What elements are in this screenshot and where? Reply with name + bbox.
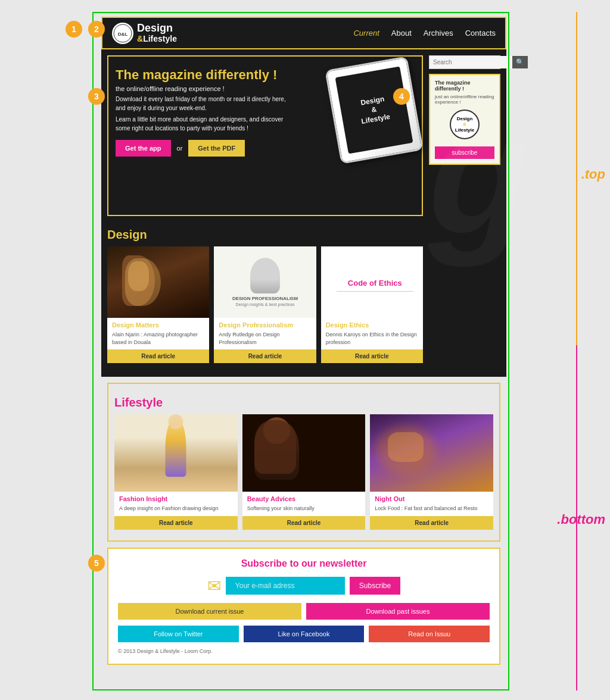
main-content: The magazine differently ! the online/of… [107, 55, 423, 371]
design-article-3: Code of Ethics Design Ethics Dennis Karo… [321, 246, 423, 363]
helmet-icon [250, 258, 280, 293]
design-article-1-body: Design Matters Alain Njarin : Amazing ph… [107, 318, 209, 349]
search-box: 🔍 [429, 55, 500, 69]
download-row: Download current issue Download past iss… [118, 603, 490, 620]
lifestyle-article-3-body: Night Out Lock Food : Fat fast and balan… [370, 492, 493, 516]
annotation-1: 1 [66, 21, 82, 38]
logo-text: Design &Lifestyle [137, 23, 177, 43]
lifestyle-article-3-desc: Lock Food : Fat fast and balanced at Res… [375, 505, 488, 512]
download-current-btn[interactable]: Download current issue [118, 603, 301, 620]
lifestyle-article-1-desc: A deep insight on Fashion drawing design [119, 505, 233, 512]
design-article-3-image: Code of Ethics [321, 246, 423, 318]
newsletter-title: Subscribe to our newsletter [118, 558, 490, 569]
lifestyle-article-2-desc: Softening your skin naturally [247, 505, 361, 512]
bottom-label: .bottom [557, 512, 605, 527]
nav-archives[interactable]: Archives [424, 29, 453, 38]
email-input[interactable] [226, 577, 345, 595]
lifestyle-article-1-read-btn[interactable]: Read article [114, 516, 238, 530]
site-wrapper: D&L Design &Lifestyle Current About Arch… [101, 17, 506, 671]
or-text: or [177, 145, 183, 152]
nav-links: Current About Archives Contacts [353, 29, 496, 38]
download-past-btn[interactable]: Download past issues [306, 603, 490, 620]
top-section: g The magazine differently ! the online/… [101, 49, 506, 377]
search-input[interactable] [430, 56, 512, 68]
design-article-1-desc: Alain Njarin : Amazing photographer base… [112, 331, 204, 346]
design-articles-grid: Design Matters Alain Njarin : Amazing ph… [107, 246, 423, 363]
logo-area: D&L Design &Lifestyle [112, 23, 177, 44]
lifestyle-article-2-read-btn[interactable]: Read article [242, 516, 366, 530]
sidebar-card-title: The magazine differently ! [435, 80, 494, 92]
lifestyle-article-1-body: Fashion Insight A deep insight on Fashio… [114, 492, 238, 516]
lifestyle-articles-grid: Fashion Insight A deep insight on Fashio… [114, 414, 493, 530]
get-pdf-button[interactable]: Get the PDF [188, 140, 245, 157]
design-article-3-title: Design Ethics [326, 321, 418, 329]
search-button[interactable]: 🔍 [512, 56, 528, 68]
design-article-2-body: Design Professionalism Andy Rutledge on … [214, 318, 316, 349]
bottom-section: Lifestyle Fashion Insight A deep insight… [101, 377, 506, 671]
lifestyle-article-1-image [114, 414, 238, 492]
lifestyle-article-2: Beauty Advices Softening your skin natur… [242, 414, 366, 530]
orange-divider-line [576, 12, 577, 357]
annotation-5: 5 [88, 555, 105, 571]
social-row: Follow on Twitter Like on Facebook Read … [118, 626, 490, 642]
design-article-2-desc: Andy Rutledge on Design Professionalism [219, 331, 311, 346]
design-section: Design Design Matters Alain Njarin : Ama… [107, 222, 423, 363]
lifestyle-article-3-image [370, 414, 493, 492]
tablet-illustration: Design&Lifestyle [325, 56, 424, 164]
design-heading: Design [107, 222, 423, 246]
annotation-4: 4 [393, 88, 410, 105]
design-article-2-image: DESIGN PROFESSIONALISM Design insights &… [214, 246, 316, 318]
sidebar-card-subtitle: just an online/offline reading experienc… [435, 94, 494, 105]
hero-desc1: Download it every last friday of the mon… [108, 95, 299, 115]
design-article-2-title: Design Professionalism [219, 321, 311, 329]
hero-desc2: Learn a little bit more about design and… [108, 115, 299, 135]
annotation-3: 3 [88, 88, 105, 105]
get-app-button[interactable]: Get the app [116, 140, 171, 157]
newsletter-subscribe-btn[interactable]: Subscribe [350, 577, 400, 595]
footer-copyright: © 2013 Design & Lifestyle - Loom Corp. [118, 648, 490, 654]
code-ethics-label: Code of Ethics [327, 279, 423, 288]
design-article-3-read-btn[interactable]: Read article [321, 349, 423, 363]
lifestyle-article-2-image [242, 414, 366, 492]
top-label: .top [581, 167, 605, 182]
logo-circle: D&L [112, 23, 133, 44]
sidebar-subscribe-btn[interactable]: subscribe [435, 146, 494, 159]
newsletter-email-row: ✉ Subscribe [118, 576, 490, 596]
nav-contacts[interactable]: Contacts [465, 29, 496, 38]
tablet-screen: Design&Lifestyle [335, 66, 413, 154]
facebook-btn[interactable]: Like on Facebook [244, 626, 365, 642]
newsletter-section: Subscribe to our newsletter ✉ Subscribe … [107, 548, 500, 665]
nav-about[interactable]: About [391, 29, 412, 38]
design-article-3-body: Design Ethics Dennis Karoys on Ethics in… [321, 318, 423, 349]
sidebar-card: The magazine differently ! just an onlin… [429, 74, 500, 165]
email-icon: ✉ [207, 576, 221, 596]
nav-current[interactable]: Current [353, 29, 379, 38]
design-article-2-read-btn[interactable]: Read article [214, 349, 316, 363]
lifestyle-article-3: Night Out Lock Food : Fat fast and balan… [370, 414, 493, 530]
twitter-btn[interactable]: Follow on Twitter [118, 626, 239, 642]
sidebar: 🔍 The magazine differently ! just an onl… [429, 55, 500, 371]
lifestyle-article-3-read-btn[interactable]: Read article [370, 516, 493, 530]
lifestyle-article-1-title: Fashion Insight [119, 495, 233, 502]
issuu-btn[interactable]: Read on Issuu [369, 626, 490, 642]
design-article-3-desc: Dennis Karoys on Ethics in the Design pr… [326, 331, 418, 346]
hero-area: The magazine differently ! the online/of… [107, 55, 423, 216]
lifestyle-heading: Lifestyle [114, 390, 493, 414]
lifestyle-section: Lifestyle Fashion Insight A deep insight… [107, 383, 500, 542]
design-article-2: DESIGN PROFESSIONALISM Design insights &… [214, 246, 316, 363]
design-article-1-image [107, 246, 209, 318]
lifestyle-article-2-body: Beauty Advices Softening your skin natur… [242, 492, 366, 516]
lifestyle-article-1: Fashion Insight A deep insight on Fashio… [114, 414, 238, 530]
sidebar-logo-area: Design&Lifestyle [435, 110, 494, 139]
site-header: D&L Design &Lifestyle Current About Arch… [101, 17, 506, 49]
sidebar-logo: Design&Lifestyle [450, 110, 480, 139]
design-article-1-read-btn[interactable]: Read article [107, 349, 209, 363]
lifestyle-article-3-title: Night Out [375, 495, 488, 502]
lifestyle-article-2-title: Beauty Advices [247, 495, 361, 502]
hero-tablet: Design&Lifestyle [332, 62, 416, 158]
design-article-1: Design Matters Alain Njarin : Amazing ph… [107, 246, 209, 363]
svg-text:D&L: D&L [118, 32, 128, 37]
annotation-2: 2 [88, 21, 105, 38]
design-article-1-title: Design Matters [112, 321, 204, 329]
